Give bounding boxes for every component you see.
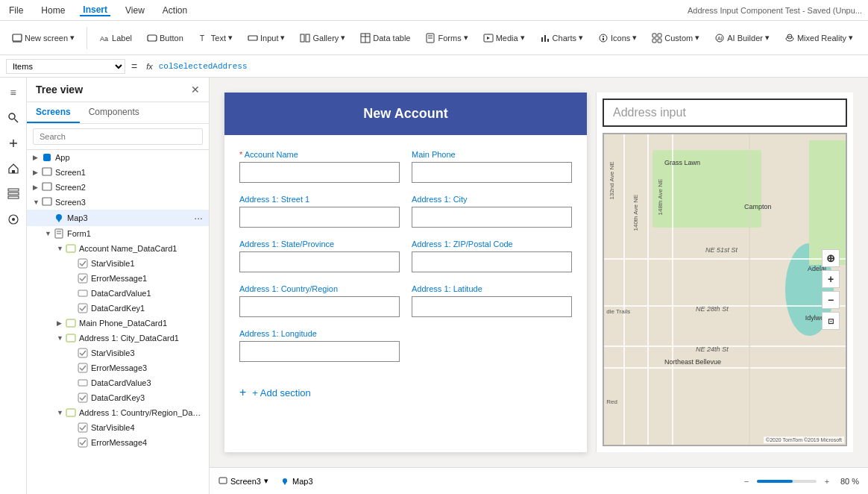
ribbon-ai-builder[interactable]: AI AI Builder ▾ xyxy=(708,30,776,46)
expand-toggle[interactable]: ▶ xyxy=(57,319,66,327)
ribbon-icons[interactable]: Icons ▾ xyxy=(592,30,643,46)
menu-file[interactable]: File xyxy=(6,5,26,16)
gallery-icon xyxy=(300,33,310,43)
sidebar-tab-screens[interactable]: Screens xyxy=(27,102,80,123)
tree-item-starvisible4[interactable]: StarVisible4 xyxy=(27,420,209,435)
tree-item-label: StarVisible4 xyxy=(91,423,203,432)
tree-item-errormessage1[interactable]: ErrorMessage1 xyxy=(27,271,209,286)
expand-toggle[interactable]: ▼ xyxy=(33,198,42,206)
form-input-longitude[interactable] xyxy=(239,341,400,362)
add-section-button[interactable]: + + Add section xyxy=(224,377,587,408)
svg-rect-53 xyxy=(78,274,87,283)
svg-rect-42 xyxy=(43,154,51,161)
map-compass-button[interactable]: ⊕ xyxy=(822,249,840,267)
tree-item-errormessage3[interactable]: ErrorMessage3 xyxy=(27,360,209,375)
tree-item-screen3[interactable]: ▼ Screen3 xyxy=(27,195,209,210)
menu-insert[interactable]: Insert xyxy=(80,4,110,16)
nav-data-icon[interactable] xyxy=(1,182,25,206)
svg-rect-59 xyxy=(78,348,87,357)
expand-toggle[interactable]: ▶ xyxy=(33,169,42,176)
input-icon xyxy=(248,33,258,43)
expand-toggle[interactable]: ▶ xyxy=(33,154,42,161)
nav-tools-icon[interactable] xyxy=(1,207,25,231)
tree-item-datacardkey3[interactable]: DataCardKey3 xyxy=(27,390,209,405)
screen3-dropdown-icon[interactable]: ▾ xyxy=(264,476,268,486)
ribbon-label[interactable]: Aa Label xyxy=(93,30,138,46)
ribbon-button[interactable]: Button xyxy=(141,30,189,46)
zoom-slider[interactable] xyxy=(757,480,817,483)
form-input-main-phone[interactable] xyxy=(412,162,572,183)
nav-home-icon[interactable] xyxy=(1,157,25,181)
svg-rect-25 xyxy=(652,39,656,43)
menu-home[interactable]: Home xyxy=(38,5,68,16)
tree-item-datacard-account[interactable]: ▼ Account Name_DataCard1 xyxy=(27,241,209,256)
tree-item-datacardvalue3[interactable]: DataCardValue3 xyxy=(27,375,209,390)
form-input-account-name[interactable] xyxy=(239,162,400,183)
screen-icon xyxy=(42,167,52,178)
expand-toggle[interactable]: ▼ xyxy=(57,409,66,416)
tree-item-screen1[interactable]: ▶ Screen1 xyxy=(27,165,209,180)
map-location-button[interactable]: ⊡ xyxy=(822,312,840,330)
tree-item-form1[interactable]: ▼ Form1 xyxy=(27,226,209,241)
map3-tab[interactable]: Map3 xyxy=(280,477,313,486)
address-input-bar[interactable]: Address input xyxy=(603,99,847,127)
map-zoom-in-button[interactable]: + xyxy=(822,270,840,288)
menu-action[interactable]: Action xyxy=(160,5,190,16)
ribbon-media[interactable]: Media ▾ xyxy=(477,30,531,46)
expand-toggle[interactable]: ▼ xyxy=(57,334,66,342)
ribbon-text[interactable]: T Text ▾ xyxy=(192,30,239,46)
ribbon-forms[interactable]: Forms ▾ xyxy=(419,30,474,46)
sidebar-close-button[interactable]: ✕ xyxy=(191,84,200,96)
tree-item-screen2[interactable]: ▶ Screen2 xyxy=(27,180,209,195)
tree-item-starvisible3[interactable]: StarVisible3 xyxy=(27,346,209,360)
zoom-level: 80 % xyxy=(840,477,859,486)
tree-item-errormessage4[interactable]: ErrorMessage4 xyxy=(27,435,209,450)
tree-item-datacard-country[interactable]: ▼ Address 1: Country/Region_DataCard xyxy=(27,405,209,420)
ribbon-gallery[interactable]: Gallery ▾ xyxy=(294,30,351,46)
formula-input[interactable] xyxy=(159,62,862,71)
form-input-zip[interactable] xyxy=(412,251,572,272)
ribbon-mixed-reality[interactable]: Mixed Reality ▾ xyxy=(779,30,859,46)
tree-item-label: StarVisible3 xyxy=(91,348,203,357)
ribbon-charts[interactable]: Charts ▾ xyxy=(534,30,589,46)
address-input-placeholder: Address input xyxy=(613,106,686,119)
nav-search-icon[interactable] xyxy=(1,106,25,130)
map-label-ne-bellevue: Northeast Bellevue xyxy=(664,358,721,366)
nav-add-icon[interactable] xyxy=(1,131,25,155)
tree-item-starvisible1[interactable]: StarVisible1 xyxy=(27,256,209,271)
form-input-street1[interactable] xyxy=(239,207,400,228)
more-options-button[interactable]: ··· xyxy=(194,212,203,224)
form-input-latitude[interactable] xyxy=(412,296,572,317)
tree-item-datacard-city[interactable]: ▼ Address 1: City_DataCard1 xyxy=(27,331,209,346)
map-road-v3 xyxy=(672,134,673,445)
zoom-out-button[interactable]: − xyxy=(739,474,754,489)
menu-view[interactable]: View xyxy=(122,5,148,16)
nav-menu-icon[interactable]: ≡ xyxy=(1,81,25,104)
ribbon-custom[interactable]: Custom ▾ xyxy=(646,30,705,46)
element-icon xyxy=(78,422,88,433)
ribbon-new-screen[interactable]: New screen ▾ xyxy=(6,30,81,46)
expand-toggle[interactable]: ▶ xyxy=(33,184,42,191)
tree-item-datacard-phone[interactable]: ▶ Main Phone_DataCard1 xyxy=(27,316,209,331)
screen3-tab[interactable]: Screen3 ▾ xyxy=(218,476,268,486)
expand-toggle[interactable]: ▼ xyxy=(57,245,66,252)
tree-item-datacardvalue1[interactable]: DataCardValue1 xyxy=(27,286,209,301)
zoom-in-button[interactable]: + xyxy=(820,474,834,489)
app-title: Address Input Component Test - Saved (Un… xyxy=(688,6,862,15)
zoom-controls: − + 80 % xyxy=(739,474,859,489)
top-bar: File Home Insert View Action Address Inp… xyxy=(0,0,868,21)
ribbon-input[interactable]: Input ▾ xyxy=(242,30,291,46)
sidebar-tab-components[interactable]: Components xyxy=(80,102,148,123)
tree-item-datacardkey1[interactable]: DataCardKey1 xyxy=(27,301,209,316)
expand-toggle[interactable]: ▼ xyxy=(45,230,54,237)
ribbon-datatable[interactable]: Data table xyxy=(354,30,416,46)
form-input-state[interactable] xyxy=(239,251,400,272)
search-input[interactable] xyxy=(33,128,203,145)
tree-item-map3[interactable]: Map3 ··· xyxy=(27,210,209,226)
tree-item-app[interactable]: ▶ App xyxy=(27,150,209,165)
form-input-city[interactable] xyxy=(412,207,572,228)
map-zoom-out-button[interactable]: − xyxy=(822,291,840,309)
formula-dropdown[interactable]: Items xyxy=(6,59,125,74)
tree-item-label: DataCardValue3 xyxy=(91,378,203,387)
form-input-country[interactable] xyxy=(239,296,400,317)
